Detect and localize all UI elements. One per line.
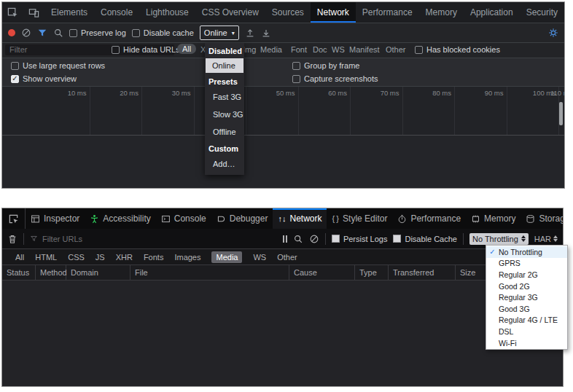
menu-item-dsl[interactable]: DSL (486, 326, 567, 337)
block-icon[interactable] (309, 234, 319, 244)
has-blocked-cookies-checkbox[interactable]: Has blocked cookies (415, 45, 500, 54)
filter-pill-other[interactable]: Other (277, 253, 297, 262)
filter-pill-css[interactable]: CSS (68, 253, 85, 262)
throttling-select[interactable]: No Throttling (469, 233, 529, 245)
column-header-size[interactable]: Size (456, 265, 489, 280)
more-tabs-chevron[interactable]: » (564, 7, 565, 18)
menu-item-good-3g[interactable]: Good 3G (486, 303, 567, 315)
menu-item-online[interactable]: Online (206, 58, 243, 73)
menu-item-good-2g[interactable]: Good 2G (486, 281, 567, 292)
column-header-file[interactable]: File (130, 265, 289, 280)
show-overview-checkbox[interactable]: Show overview (11, 74, 77, 83)
tab-console[interactable]: Console (94, 2, 139, 23)
filter-pill-images[interactable]: Images (174, 253, 200, 262)
tab-console[interactable]: Console (156, 208, 211, 229)
menu-item-add[interactable]: Add… (205, 155, 244, 173)
filter-pill-media[interactable]: Media (211, 251, 242, 263)
group-by-frame-checkbox[interactable]: Group by frame (292, 61, 359, 70)
menu-item-gprs[interactable]: GPRS (486, 258, 567, 270)
filter-pill-html[interactable]: HTML (35, 253, 57, 262)
search-icon[interactable] (53, 28, 63, 38)
pause-icon[interactable] (283, 235, 287, 243)
filter-pill-other[interactable]: Other (386, 45, 406, 54)
filter-pill-manifest[interactable]: Manifest (349, 45, 380, 54)
tab-label: Storage (539, 213, 564, 224)
menu-item-offline[interactable]: Offline (205, 123, 244, 141)
menu-section-presets: Presets (205, 74, 244, 88)
tab-network[interactable]: ↑↓Network (273, 208, 327, 229)
tab-accessibility[interactable]: Accessibility (85, 208, 155, 229)
inspect-icon[interactable] (2, 2, 23, 23)
persist-logs-checkbox[interactable]: Persist Logs (332, 235, 388, 243)
divider (463, 233, 464, 245)
filter-pill-all[interactable]: All (177, 44, 196, 54)
column-header-status[interactable]: Status (2, 265, 36, 280)
column-header-type[interactable]: Type (355, 265, 389, 280)
trash-icon[interactable] (7, 234, 17, 244)
filter-pill-ws[interactable]: WS (332, 45, 345, 54)
filter-pill-xhr[interactable]: XHR (116, 253, 133, 262)
tab-network[interactable]: Network (311, 2, 356, 23)
firefox-network-toolbar: Filter URLs Persist Logs Disable Cache (2, 229, 563, 249)
menu-item-no-throttling[interactable]: ✓No Throttling (486, 246, 567, 258)
tab-memory[interactable]: Memory (419, 2, 464, 23)
filter-pill-all[interactable]: All (15, 253, 24, 262)
filter-pill-js[interactable]: JS (96, 253, 105, 262)
firefox-tab-bar: InspectorAccessibilityConsoleDebugger↑↓N… (2, 208, 563, 229)
record-icon[interactable] (8, 29, 15, 36)
capture-screenshots-checkbox[interactable]: Capture screenshots (292, 74, 378, 83)
scrollbar-thumb[interactable] (559, 102, 563, 125)
filter-pill-ws[interactable]: WS (253, 253, 266, 262)
tab-sources[interactable]: Sources (265, 2, 311, 23)
menu-item-regular-2g[interactable]: Regular 2G (486, 269, 567, 281)
throttling-value: No Throttling (472, 235, 518, 243)
filter-pill-fonts[interactable]: Fonts (144, 253, 164, 262)
tab-elements[interactable]: Elements (44, 2, 94, 23)
device-toolbar-icon[interactable] (23, 2, 44, 23)
filter-pill-doc[interactable]: Doc (313, 45, 327, 54)
tab-style-editor[interactable]: { }Style Editor (327, 208, 392, 229)
column-header-cause[interactable]: Cause (289, 265, 355, 280)
column-header-method[interactable]: Method (36, 265, 66, 280)
throttling-select[interactable]: Online ▾ (200, 26, 239, 40)
filter-urls-input[interactable]: Filter URLs (30, 235, 82, 243)
menu-item-regular-3g[interactable]: Regular 3G (486, 291, 567, 303)
tab-application[interactable]: Application (464, 2, 520, 23)
column-header-transferred[interactable]: Transferred (389, 265, 456, 280)
filter-pill-font[interactable]: Font (291, 45, 307, 54)
tab-inspector[interactable]: Inspector (26, 208, 85, 229)
search-icon[interactable] (293, 234, 303, 244)
menu-item-wi-fi[interactable]: Wi-Fi (486, 337, 567, 349)
timeline-ruler[interactable]: 10 ms20 ms30 ms40 ms50 ms60 ms70 ms80 ms… (2, 87, 564, 136)
filter-pill-media[interactable]: Media (260, 45, 282, 54)
tab-memory[interactable]: Memory (466, 208, 521, 229)
tab-performance[interactable]: Performance (356, 2, 419, 23)
preserve-log-checkbox[interactable]: Preserve log (69, 28, 126, 37)
import-har-icon[interactable] (245, 28, 255, 38)
export-har-icon[interactable] (261, 28, 271, 38)
disable-cache-checkbox[interactable]: Disable Cache (393, 235, 457, 243)
settings-gear-icon[interactable] (548, 28, 558, 38)
clear-icon[interactable] (21, 28, 31, 38)
hide-data-urls-checkbox[interactable]: Hide data URLs (112, 45, 180, 54)
tab-css-overview[interactable]: CSS Overview (195, 2, 265, 23)
tab-performance[interactable]: Performance (392, 208, 466, 229)
ruler-tick-label: 80 ms (409, 89, 451, 97)
use-large-request-rows-checkbox[interactable]: Use large request rows (11, 61, 105, 70)
tab-storage[interactable]: Storage (521, 208, 564, 229)
filter-pill-img[interactable]: Img (243, 45, 256, 54)
disable-cache-checkbox[interactable]: Disable cache (132, 28, 194, 37)
har-select[interactable]: HAR (534, 235, 558, 243)
tab-security[interactable]: Security (520, 2, 564, 23)
ruler-tick-label: 20 ms (96, 89, 139, 97)
element-picker-icon[interactable] (2, 208, 26, 229)
menu-item-regular-4g-lte[interactable]: Regular 4G / LTE (486, 315, 567, 326)
ruler-tick-label: 90 ms (461, 89, 504, 97)
tab-debugger[interactable]: Debugger (211, 208, 273, 229)
column-header-domain[interactable]: Domain (66, 265, 130, 280)
menu-item-fast-3g[interactable]: Fast 3G (205, 88, 244, 106)
filter-funnel-icon[interactable] (37, 28, 47, 38)
menu-item-slow-3g[interactable]: Slow 3G (205, 106, 244, 123)
tab-lighthouse[interactable]: Lighthouse (139, 2, 195, 23)
tab-label: Inspector (44, 213, 79, 224)
